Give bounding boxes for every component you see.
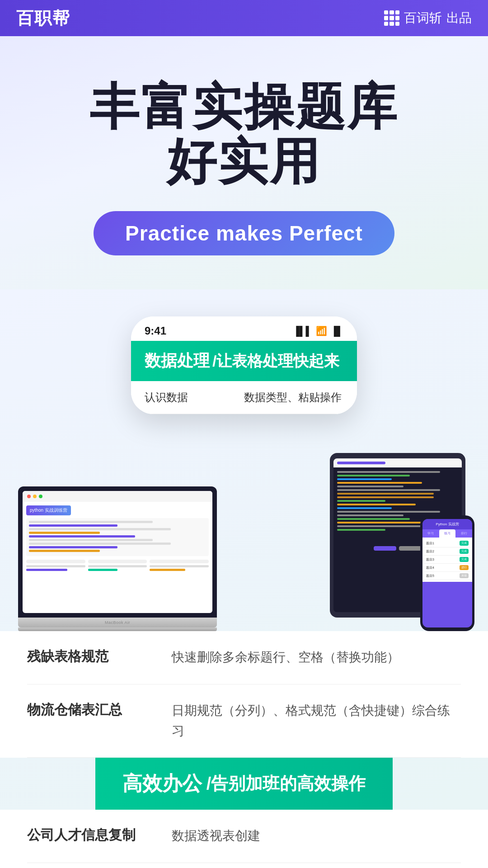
mac-min-dot — [33, 495, 37, 498]
laptop-code-block — [26, 518, 209, 556]
small-phone-mockup: Python 实战营 学习 练习 排行 题目1 完成 题目2 完成 — [420, 515, 474, 631]
brand-suffix: 出品 — [446, 9, 472, 27]
sp-row-badge: 完成 — [460, 557, 469, 562]
device-collage: python 实战训练营 — [0, 396, 488, 631]
efficiency-banner: 高效办公 /告别加班的高效操作 — [95, 758, 393, 810]
content-row-right: 快速删除多余标题行、空格（替换功能） — [172, 647, 461, 668]
device-section: 9:41 ▐▌▌ 📶 ▐▌ 数据处理 /让表格处理快起来 认识数据 数据类型、粘… — [0, 289, 488, 868]
content-row-bottom: 公司人才信息复制 数据透视表创建 — [27, 810, 461, 863]
sp-row-badge: 完成 — [460, 549, 469, 554]
data-processing-banner: 数据处理 /让表格处理快起来 — [131, 341, 357, 381]
laptop-python-label: python 实战训练营 — [26, 505, 71, 515]
small-phone-header: Python 实战营 — [422, 519, 472, 529]
content-row-left: 残缺表格规范 — [27, 647, 154, 668]
phone-list: 认识数据 数据类型、粘贴操作 — [131, 381, 357, 414]
laptop-screen-header — [23, 491, 212, 502]
sp-row-badge: 进行 — [460, 565, 469, 570]
content-row-1: 残缺表格规范 快速删除多余标题行、空格（替换功能） — [27, 631, 461, 684]
practice-badge: Practice makes Perfect — [94, 211, 394, 255]
laptop-screen-content: python 实战训练营 — [23, 502, 212, 575]
sp-row-label: 题目1 — [426, 541, 434, 546]
list-cell-right: 数据类型、粘贴操作 — [244, 390, 343, 405]
app-header: 百职帮 百词斩 出品 — [0, 0, 488, 36]
efficiency-subtitle: /告别加班的高效操作 — [206, 772, 366, 795]
brand: 百词斩 出品 — [384, 9, 472, 27]
sp-row-label: 题目2 — [426, 549, 434, 554]
signal-icon: ▐▌▌ — [293, 326, 312, 336]
list-item: 题目1 完成 — [424, 539, 470, 547]
sp-row-badge: 完成 — [460, 541, 469, 546]
content-row-right: 日期规范（分列）、格式规范（含快捷键）综合练习 — [172, 701, 461, 741]
sp-tab-2[interactable]: 练习 — [439, 529, 456, 538]
brand-name: 百词斩 — [404, 9, 442, 27]
hero-title: 丰富实操题库 好实用 — [89, 79, 399, 189]
laptop-label: MacBook Air — [105, 620, 130, 625]
tablet-screen-top — [333, 458, 462, 467]
laptop-screen: python 实战训练营 — [18, 486, 217, 618]
data-processing-subtitle: /让表格处理快起来 — [212, 351, 339, 372]
sp-row-label: 题目5 — [426, 574, 434, 578]
list-item: 题目4 进行 — [424, 564, 470, 572]
battery-icon: ▐▌ — [331, 326, 343, 336]
list-item: 题目2 完成 — [424, 547, 470, 556]
sp-tab-3[interactable]: 排行 — [455, 529, 472, 538]
laptop-screen-inner: python 实战训练营 — [23, 491, 212, 613]
content-row-right: 数据透视表创建 — [172, 826, 461, 846]
laptop-bottom — [18, 627, 217, 631]
efficiency-label: 高效办公 — [122, 770, 202, 797]
laptop-mockup: python 实战训练营 — [18, 486, 217, 631]
list-item: 题目5 未做 — [424, 572, 470, 580]
small-phone-screen: Python 实战营 学习 练习 排行 题目1 完成 题目2 完成 — [422, 519, 472, 627]
sp-row-label: 题目4 — [426, 566, 434, 570]
phone-status-bar: 9:41 ▐▌▌ 📶 ▐▌ — [131, 316, 357, 341]
phone-time: 9:41 — [145, 325, 166, 337]
small-phone-frame: Python 实战营 学习 练习 排行 题目1 完成 题目2 完成 — [420, 515, 474, 631]
data-processing-label: 数据处理 — [145, 350, 210, 372]
brand-grid-icon — [384, 10, 399, 26]
small-phone-list: 题目1 完成 题目2 完成 题目3 完成 题目4 — [422, 538, 472, 582]
mac-max-dot — [39, 495, 42, 498]
bottom-list: 公司人才信息复制 数据透视表创建 — [0, 810, 488, 868]
logo: 百职帮 — [16, 7, 70, 30]
content-list: 残缺表格规范 快速删除多余标题行、空格（替换功能） 物流仓储表汇总 日期规范（分… — [0, 631, 488, 758]
hero-section: 丰富实操题库 好实用 Practice makes Perfect — [0, 36, 488, 289]
sp-tab-1[interactable]: 学习 — [422, 529, 439, 538]
sp-row-label: 题目3 — [426, 557, 434, 562]
content-row-2: 物流仓储表汇总 日期规范（分列）、格式规范（含快捷键）综合练习 — [27, 684, 461, 758]
phone-status-icons: ▐▌▌ 📶 ▐▌ — [293, 326, 343, 336]
list-item: 题目3 完成 — [424, 556, 470, 564]
phone-mockup: 9:41 ▐▌▌ 📶 ▐▌ 数据处理 /让表格处理快起来 认识数据 数据类型、粘… — [131, 316, 357, 414]
list-item: 认识数据 数据类型、粘贴操作 — [131, 381, 357, 414]
content-row-left: 公司人才信息复制 — [27, 826, 154, 846]
wifi-icon: 📶 — [316, 326, 327, 336]
sp-row-badge: 未做 — [460, 573, 469, 578]
laptop-base: MacBook Air — [18, 618, 217, 627]
small-phone-tabs: 学习 练习 排行 — [422, 529, 472, 538]
phone-content: 数据处理 /让表格处理快起来 认识数据 数据类型、粘贴操作 — [131, 341, 357, 414]
content-row-left: 物流仓储表汇总 — [27, 701, 154, 741]
mac-close-dot — [27, 495, 31, 498]
list-cell-left: 认识数据 — [145, 390, 244, 405]
